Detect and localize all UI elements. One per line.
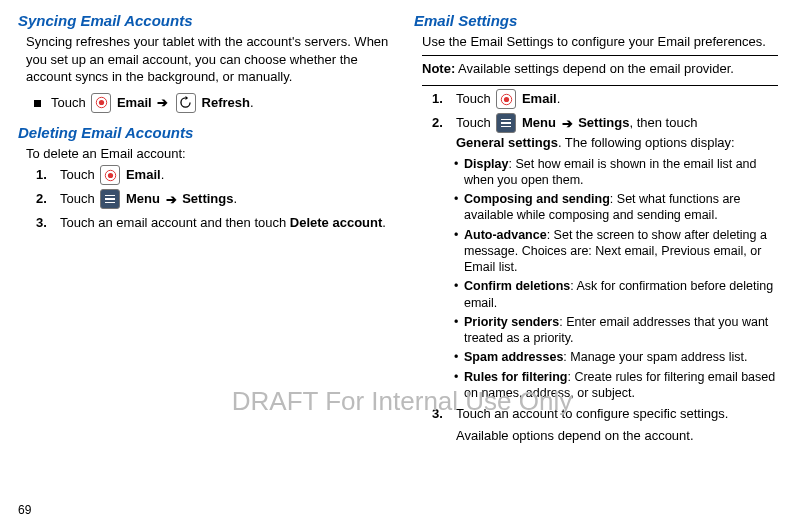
step-number: 3. (432, 405, 446, 423)
left-column: Syncing Email Accounts Syncing refreshes… (18, 12, 390, 444)
opt-label: Auto-advance (464, 228, 547, 242)
para-syncing: Syncing refreshes your tablet with the a… (26, 33, 390, 86)
opt-label: Confirm deletions (464, 279, 570, 293)
menu-icon (496, 113, 516, 133)
refresh-icon (176, 93, 196, 113)
step-text: Touch Menu ➔ Settings. (60, 190, 237, 210)
arrow-icon: ➔ (155, 95, 170, 110)
opt-label: Rules for filtering (464, 370, 567, 384)
label-email: Email (117, 95, 152, 110)
note-divider-top (422, 55, 778, 56)
opt-desc: : Manage your spam address list. (563, 350, 747, 364)
opt-spam-addresses: Spam addresses: Manage your spam address… (454, 349, 786, 365)
note-label: Note: (422, 61, 455, 76)
delete-step-1: 1. Touch Email. (36, 166, 390, 186)
page-number: 69 (18, 503, 31, 517)
opt-label: Priority senders (464, 315, 559, 329)
email-icon (100, 165, 120, 185)
word-touch: Touch (60, 168, 95, 183)
step3-after: Available options depend on the account. (456, 427, 786, 445)
step-text: Touch an account to configure specific s… (456, 405, 728, 423)
bullet-sync-text: Touch Email ➔ Refresh. (51, 94, 254, 114)
note-line: Note: Available settings depend on the e… (422, 60, 786, 78)
delete-step-2: 2. Touch Menu ➔ Settings. (36, 190, 390, 210)
step-text: Touch Email. (60, 166, 164, 186)
opt-label: Spam addresses (464, 350, 563, 364)
settings-step-3: 3. Touch an account to configure specifi… (432, 405, 786, 423)
heading-email-settings: Email Settings (414, 12, 786, 29)
label-general-settings: General settings (456, 135, 558, 150)
delete-steps: 1. Touch Email. 2. Touch Menu ➔ (36, 166, 390, 232)
email-icon (496, 89, 516, 109)
settings-step-2: 2. Touch Menu ➔ Settings, then touch Gen… (432, 114, 786, 152)
page-content: Syncing Email Accounts Syncing refreshes… (0, 0, 804, 444)
step2-then: , then touch (629, 116, 697, 131)
label-email: Email (522, 92, 557, 107)
step-text: Touch an email account and then touch De… (60, 214, 386, 232)
note-divider-bottom (422, 85, 778, 86)
step-number: 2. (36, 190, 50, 210)
step3-part-a: Touch an email account and then touch (60, 215, 290, 230)
settings-step-1: 1. Touch Email. (432, 90, 786, 110)
delete-step-3: 3. Touch an email account and then touch… (36, 214, 390, 232)
label-menu: Menu (522, 116, 556, 131)
label-email: Email (126, 168, 161, 183)
word-touch: Touch (51, 95, 86, 110)
word-touch: Touch (456, 116, 491, 131)
label-delete-account: Delete account (290, 215, 382, 230)
label-settings: Settings (578, 116, 629, 131)
square-bullet-icon (34, 100, 41, 107)
bullet-sync-touch: Touch Email ➔ Refresh. (34, 94, 390, 114)
menu-icon (100, 189, 120, 209)
opt-desc: : Set how email is shown in the email li… (464, 157, 757, 187)
step-number: 1. (36, 166, 50, 186)
arrow-icon: ➔ (164, 192, 179, 207)
step2-tail: . The following options display: (558, 135, 735, 150)
period: . (250, 95, 254, 110)
opt-auto-advance: Auto-advance: Set the screen to show aft… (454, 227, 786, 276)
opt-priority-senders: Priority senders: Enter email addresses … (454, 314, 786, 347)
heading-syncing: Syncing Email Accounts (18, 12, 390, 29)
opt-label: Display (464, 157, 508, 171)
opt-label: Composing and sending (464, 192, 610, 206)
para-settings-intro: Use the Email Settings to configure your… (422, 33, 786, 51)
label-menu: Menu (126, 192, 160, 207)
step-number: 1. (432, 90, 446, 110)
svg-point-5 (504, 96, 509, 101)
step-number: 2. (432, 114, 446, 152)
opt-rules-filtering: Rules for filtering: Create rules for fi… (454, 369, 786, 402)
arrow-icon: ➔ (560, 116, 575, 131)
opt-confirm-deletions: Confirm deletions: Ask for confirmation … (454, 278, 786, 311)
label-settings: Settings (182, 192, 233, 207)
svg-point-1 (99, 100, 104, 105)
para-delete-intro: To delete an Email account: (26, 145, 390, 163)
step-text: Touch Menu ➔ Settings, then touch Genera… (456, 114, 735, 152)
step3-part-c: . (382, 215, 386, 230)
word-touch: Touch (456, 92, 491, 107)
email-icon (91, 93, 111, 113)
word-touch: Touch (60, 192, 95, 207)
note-text: Available settings depend on the email p… (455, 61, 734, 76)
general-settings-options: Display: Set how email is shown in the e… (454, 156, 786, 402)
step-text: Touch Email. (456, 90, 560, 110)
right-column: Email Settings Use the Email Settings to… (414, 12, 786, 444)
step-number: 3. (36, 214, 50, 232)
settings-steps-cont: 3. Touch an account to configure specifi… (432, 405, 786, 423)
opt-composing: Composing and sending: Set what function… (454, 191, 786, 224)
heading-deleting: Deleting Email Accounts (18, 124, 390, 141)
opt-display: Display: Set how email is shown in the e… (454, 156, 786, 189)
settings-steps: 1. Touch Email. 2. Touch Menu ➔ (432, 90, 786, 152)
label-refresh: Refresh (202, 95, 250, 110)
svg-point-3 (108, 173, 113, 178)
